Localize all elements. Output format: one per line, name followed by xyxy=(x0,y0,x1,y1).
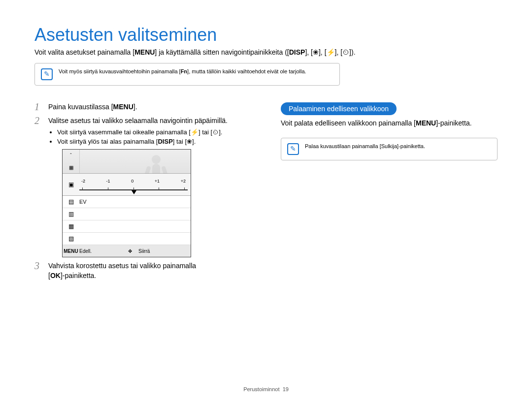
svg-point-0 xyxy=(152,155,161,164)
grid-icon: ▦ xyxy=(69,165,73,170)
note-box: Voit myös siirtyä kuvausvaihtoehtoihin p… xyxy=(34,63,340,86)
move-icon: ✥ xyxy=(122,248,138,254)
timer-icon: ⏲ xyxy=(212,128,219,136)
note-icon xyxy=(41,68,53,80)
section-pill: Palaaminen edelliseen valikkoon xyxy=(281,102,397,115)
intro-text: Voit valita asetukset painamalla [MENU] … xyxy=(34,48,498,56)
note-box: Palaa kuvaustilaan painamalla [Sulkija]-… xyxy=(281,138,498,160)
back-label: Edell. xyxy=(79,248,92,254)
ev-label: EV xyxy=(79,199,87,205)
step-2: Valitse asetus tai valikko selaamalla na… xyxy=(34,116,264,258)
right-paragraph: Voit palata edelliseen valikkoon painama… xyxy=(281,119,498,127)
step-2-sub-1: Voit siirtyä vasemmalle tai oikealle pai… xyxy=(57,128,264,136)
macro-icon: ❀ xyxy=(313,48,319,56)
page-footer: Perustoiminnot 19 xyxy=(0,386,532,392)
note-icon xyxy=(287,143,299,155)
camera-lcd-screenshot: ˆ ▦ ▣ -2 -1 0 xyxy=(62,149,191,257)
chevron-up-icon: ˆ xyxy=(70,153,71,158)
ev-slider-indicator xyxy=(132,190,136,194)
macro-icon: ❀ xyxy=(187,138,192,145)
menu-icon: MENU xyxy=(63,248,79,254)
wb-icon: ▥ xyxy=(63,211,79,217)
step-2-sub-2: Voit siirtyä ylös tai alas painamalla [D… xyxy=(57,138,264,145)
move-label: Siirrä xyxy=(138,248,150,254)
note-text: Voit myös siirtyä kuvausvaihtoehtoihin p… xyxy=(59,68,306,74)
af-icon: ▧ xyxy=(63,235,79,242)
step-3: Vahvista korostettu asetus tai valikko p… xyxy=(34,261,264,280)
flash-icon: ⚡ xyxy=(191,128,199,136)
flash-icon: ⚡ xyxy=(327,48,335,56)
wdr-icon: ▦ xyxy=(63,223,79,230)
ev-icon: ▣ xyxy=(68,181,74,188)
timer-icon: ⏲ xyxy=(342,48,349,56)
step-1: Paina kuvaustilassa [MENU]. xyxy=(34,102,264,112)
note-text: Palaa kuvaustilaan painamalla [Sulkija]-… xyxy=(305,143,425,149)
iso-icon: ▤ xyxy=(63,198,79,205)
page-title: Asetusten valitseminen xyxy=(34,25,498,45)
